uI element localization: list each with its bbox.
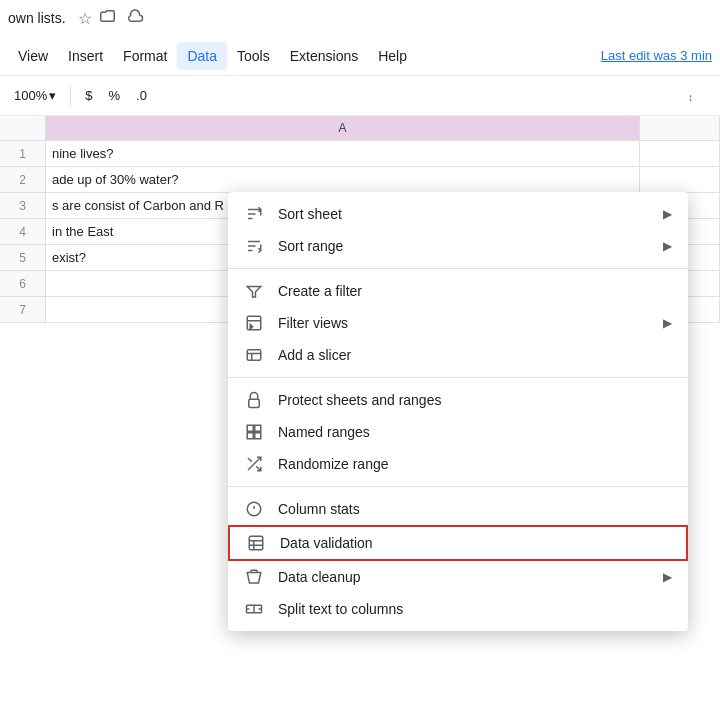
menu-sort-range[interactable]: Sort range ▶: [228, 230, 688, 262]
row-number-header: [0, 116, 46, 140]
svg-rect-18: [255, 425, 261, 431]
row-num-4: 4: [0, 219, 46, 244]
title-text: own lists.: [8, 10, 66, 26]
svg-marker-9: [247, 287, 261, 298]
protect-sheets-icon: [244, 391, 264, 409]
menu-data-cleanup[interactable]: Data cleanup ▶: [228, 561, 688, 593]
row-num-6: 6: [0, 271, 46, 296]
sort-range-icon: [244, 237, 264, 255]
menu-filter-views[interactable]: Filter views ▶: [228, 307, 688, 339]
randomize-range-icon: [244, 455, 264, 473]
table-row[interactable]: 1 nine lives?: [0, 141, 720, 167]
filter-views-icon: [244, 314, 264, 332]
named-ranges-icon: [244, 423, 264, 441]
cell-1-a[interactable]: nine lives?: [46, 141, 640, 166]
col-a-header[interactable]: A: [46, 116, 640, 140]
row-num-3: 3: [0, 193, 46, 218]
menu-help[interactable]: Help: [368, 42, 417, 70]
percent-button[interactable]: %: [102, 84, 126, 107]
svg-rect-10: [247, 316, 261, 330]
col-b-header[interactable]: [640, 116, 720, 140]
sort-range-arrow: ▶: [663, 239, 672, 253]
grid-area: A 1 nine lives? 2 ade up of 30% water? 3…: [0, 116, 720, 323]
svg-marker-12: [250, 325, 252, 330]
data-cleanup-label: Data cleanup: [278, 569, 649, 585]
filter-views-arrow: ▶: [663, 316, 672, 330]
filter-views-label: Filter views: [278, 315, 649, 331]
sort-range-label: Sort range: [278, 238, 649, 254]
svg-rect-16: [249, 399, 260, 407]
row-num-2: 2: [0, 167, 46, 192]
column-stats-label: Column stats: [278, 501, 672, 517]
divider-3: [228, 486, 688, 487]
menu-create-filter[interactable]: Create a filter: [228, 275, 688, 307]
menu-randomize-range[interactable]: Randomize range: [228, 448, 688, 480]
row-num-5: 5: [0, 245, 46, 270]
split-text-icon: [244, 600, 264, 618]
menu-format[interactable]: Format: [113, 42, 177, 70]
more-formats-button[interactable]: ↕: [682, 83, 712, 109]
menu-tools[interactable]: Tools: [227, 42, 280, 70]
add-slicer-icon: [244, 346, 264, 364]
table-row[interactable]: 2 ade up of 30% water?: [0, 167, 720, 193]
svg-rect-13: [247, 350, 261, 361]
add-slicer-label: Add a slicer: [278, 347, 672, 363]
decimal-button[interactable]: .0: [130, 84, 153, 107]
menu-extensions[interactable]: Extensions: [280, 42, 368, 70]
star-icon[interactable]: ☆: [78, 9, 92, 28]
data-validation-icon: [246, 534, 266, 552]
menu-split-text[interactable]: Split text to columns: [228, 593, 688, 625]
create-filter-icon: [244, 282, 264, 300]
cell-2-a[interactable]: ade up of 30% water?: [46, 167, 640, 192]
split-text-label: Split text to columns: [278, 601, 672, 617]
zoom-control[interactable]: 100% ▾: [8, 84, 62, 107]
svg-line-23: [248, 458, 252, 462]
protect-sheets-label: Protect sheets and ranges: [278, 392, 672, 408]
svg-rect-20: [255, 433, 261, 439]
menu-data[interactable]: Data: [177, 42, 227, 70]
svg-text:↕: ↕: [688, 90, 693, 102]
cell-1-b[interactable]: [640, 141, 720, 166]
toolbar: 100% ▾ $ % .0 ↕: [0, 76, 720, 116]
menu-insert[interactable]: Insert: [58, 42, 113, 70]
menu-view[interactable]: View: [8, 42, 58, 70]
folder-icon[interactable]: [100, 7, 118, 29]
toolbar-separator-1: [70, 86, 71, 106]
data-cleanup-icon: [244, 568, 264, 586]
sort-sheet-label: Sort sheet: [278, 206, 649, 222]
create-filter-label: Create a filter: [278, 283, 672, 299]
data-validation-label: Data validation: [280, 535, 670, 551]
title-bar: own lists. ☆: [0, 0, 720, 36]
svg-rect-17: [247, 425, 253, 431]
randomize-range-label: Randomize range: [278, 456, 672, 472]
menu-add-slicer[interactable]: Add a slicer: [228, 339, 688, 371]
sort-sheet-icon: [244, 205, 264, 223]
menu-sort-sheet[interactable]: Sort sheet ▶: [228, 198, 688, 230]
sort-sheet-arrow: ▶: [663, 207, 672, 221]
data-cleanup-arrow: ▶: [663, 570, 672, 584]
svg-rect-27: [249, 536, 263, 550]
menu-column-stats[interactable]: Column stats: [228, 493, 688, 525]
named-ranges-label: Named ranges: [278, 424, 672, 440]
menu-data-validation[interactable]: Data validation: [228, 525, 688, 561]
column-headers: A: [0, 116, 720, 141]
row-num-1: 1: [0, 141, 46, 166]
menu-protect-sheets[interactable]: Protect sheets and ranges: [228, 384, 688, 416]
menu-bar: View Insert Format Data Tools Extensions…: [0, 36, 720, 76]
svg-rect-19: [247, 433, 253, 439]
currency-button[interactable]: $: [79, 84, 98, 107]
data-dropdown-menu: Sort sheet ▶ Sort range ▶ Create a filte…: [228, 192, 688, 631]
column-stats-icon: [244, 500, 264, 518]
divider-2: [228, 377, 688, 378]
toolbar-right: ↕: [682, 83, 712, 109]
cell-2-b[interactable]: [640, 167, 720, 192]
menu-named-ranges[interactable]: Named ranges: [228, 416, 688, 448]
last-edit-text: Last edit was 3 min: [601, 48, 712, 63]
row-num-7: 7: [0, 297, 46, 322]
cloud-icon[interactable]: [126, 7, 144, 29]
divider-1: [228, 268, 688, 269]
